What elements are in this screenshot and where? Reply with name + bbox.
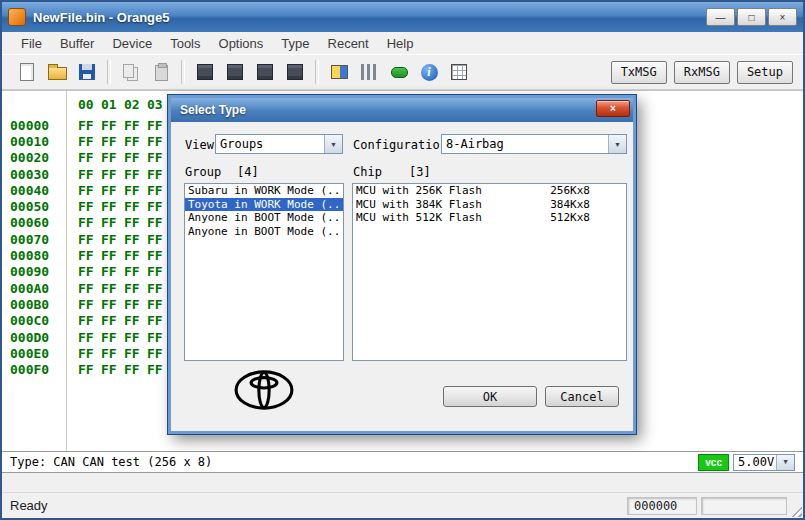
hex-byte[interactable]: FF	[78, 313, 101, 328]
txmsg-button[interactable]: TxMSG	[611, 61, 667, 84]
hex-byte[interactable]: FF	[101, 118, 124, 133]
hex-byte[interactable]: FF	[147, 134, 170, 149]
hex-byte[interactable]: FF	[124, 183, 147, 198]
hex-byte[interactable]: FF	[78, 215, 101, 230]
hex-byte[interactable]: FF	[147, 248, 170, 263]
hex-byte[interactable]: FF	[101, 167, 124, 182]
chevron-down-icon[interactable]: ▼	[608, 135, 626, 153]
hex-byte[interactable]: FF	[78, 232, 101, 247]
hex-byte[interactable]: FF	[101, 281, 124, 296]
hex-byte[interactable]: FF	[78, 134, 101, 149]
hex-byte[interactable]: FF	[101, 232, 124, 247]
swap-buffers-button[interactable]	[325, 58, 353, 86]
hex-byte[interactable]: FF	[124, 281, 147, 296]
hex-byte[interactable]: FF	[124, 134, 147, 149]
hex-byte[interactable]: FF	[124, 346, 147, 361]
hex-byte[interactable]: FF	[101, 346, 124, 361]
hex-byte[interactable]: FF	[124, 167, 147, 182]
hex-byte[interactable]: FF	[124, 330, 147, 345]
new-file-button[interactable]	[13, 58, 41, 86]
buffer-3-button[interactable]	[251, 58, 279, 86]
menu-item-help[interactable]: Help	[378, 34, 423, 53]
chip-listbox[interactable]: MCU with 256K Flash256Kx8MCU with 384K F…	[352, 183, 627, 361]
signal-button[interactable]	[355, 58, 383, 86]
group-list-item[interactable]: Anyone in BOOT Mode (..	[185, 211, 343, 225]
ok-button[interactable]: OK	[443, 386, 537, 407]
hex-byte[interactable]: FF	[78, 167, 101, 182]
hex-byte[interactable]: FF	[78, 118, 101, 133]
hex-byte[interactable]: FF	[78, 150, 101, 165]
menu-item-options[interactable]: Options	[210, 34, 273, 53]
hex-byte[interactable]: FF	[124, 199, 147, 214]
hex-byte[interactable]: FF	[101, 248, 124, 263]
hex-byte[interactable]: FF	[147, 150, 170, 165]
view-select[interactable]: Groups ▼	[215, 134, 343, 154]
hex-byte[interactable]: FF	[124, 313, 147, 328]
checksum-button[interactable]	[445, 58, 473, 86]
group-list-item[interactable]: Toyota in WORK Mode (..	[185, 198, 343, 212]
hex-byte[interactable]: FF	[78, 281, 101, 296]
hex-byte[interactable]: FF	[124, 248, 147, 263]
open-file-button[interactable]	[43, 58, 71, 86]
hex-byte[interactable]: FF	[124, 232, 147, 247]
hex-byte[interactable]: FF	[101, 183, 124, 198]
close-button[interactable]: ×	[768, 8, 797, 26]
hex-byte[interactable]: FF	[101, 264, 124, 279]
hex-byte[interactable]: FF	[124, 118, 147, 133]
hex-byte[interactable]: FF	[101, 215, 124, 230]
menu-item-device[interactable]: Device	[103, 34, 161, 53]
menu-item-tools[interactable]: Tools	[161, 34, 209, 53]
hex-byte[interactable]: FF	[147, 183, 170, 198]
connect-device-button[interactable]	[385, 58, 413, 86]
dialog-titlebar[interactable]: Select Type ×	[171, 98, 633, 122]
hex-byte[interactable]: FF	[101, 330, 124, 345]
chip-list-item[interactable]: MCU with 256K Flash256Kx8	[353, 184, 626, 198]
hex-byte[interactable]: FF	[147, 313, 170, 328]
hex-byte[interactable]: FF	[78, 346, 101, 361]
resize-grip[interactable]	[789, 504, 802, 517]
hex-byte[interactable]: FF	[78, 362, 101, 377]
voltage-select[interactable]: 5.00V ▼	[733, 454, 795, 471]
hex-byte[interactable]: FF	[147, 167, 170, 182]
hex-byte[interactable]: FF	[147, 330, 170, 345]
menu-item-file[interactable]: File	[12, 34, 51, 53]
hex-byte[interactable]: FF	[78, 183, 101, 198]
hex-byte[interactable]: FF	[147, 215, 170, 230]
hex-byte[interactable]: FF	[78, 248, 101, 263]
hex-byte[interactable]: FF	[147, 281, 170, 296]
hex-byte[interactable]: FF	[124, 215, 147, 230]
maximize-button[interactable]: □	[737, 8, 766, 26]
hex-byte[interactable]: FF	[147, 297, 170, 312]
hex-byte[interactable]: FF	[124, 297, 147, 312]
copy-button[interactable]	[117, 58, 145, 86]
hex-byte[interactable]: FF	[78, 297, 101, 312]
hex-byte[interactable]: FF	[147, 199, 170, 214]
buffer-4-button[interactable]	[281, 58, 309, 86]
hex-byte[interactable]: FF	[124, 264, 147, 279]
hex-byte[interactable]: FF	[147, 362, 170, 377]
hex-byte[interactable]: FF	[124, 150, 147, 165]
hex-byte[interactable]: FF	[101, 313, 124, 328]
cancel-button[interactable]: Cancel	[545, 386, 619, 407]
chip-list-item[interactable]: MCU with 384K Flash384Kx8	[353, 198, 626, 212]
chip-list-item[interactable]: MCU with 512K Flash512Kx8	[353, 211, 626, 225]
hex-byte[interactable]: FF	[101, 199, 124, 214]
buffer-1-button[interactable]	[191, 58, 219, 86]
titlebar[interactable]: NewFile.bin - Orange5 —□×	[2, 2, 803, 32]
group-listbox[interactable]: Subaru in WORK Mode (..Toyota in WORK Mo…	[184, 183, 344, 361]
hex-byte[interactable]: FF	[147, 346, 170, 361]
info-button[interactable]	[415, 58, 443, 86]
buffer-2-button[interactable]	[221, 58, 249, 86]
hex-byte[interactable]: FF	[78, 199, 101, 214]
dialog-close-button[interactable]: ×	[596, 100, 630, 117]
menu-item-recent[interactable]: Recent	[319, 34, 378, 53]
group-list-item[interactable]: Anyone in BOOT Mode (..	[185, 225, 343, 239]
hex-byte[interactable]: FF	[78, 330, 101, 345]
menu-item-type[interactable]: Type	[272, 34, 318, 53]
hex-byte[interactable]: FF	[147, 264, 170, 279]
minimize-button[interactable]: —	[706, 8, 735, 26]
configuration-select[interactable]: 8-Airbag ▼	[441, 134, 627, 154]
hex-byte[interactable]: FF	[124, 362, 147, 377]
hex-byte[interactable]: FF	[101, 362, 124, 377]
hex-byte[interactable]: FF	[101, 150, 124, 165]
